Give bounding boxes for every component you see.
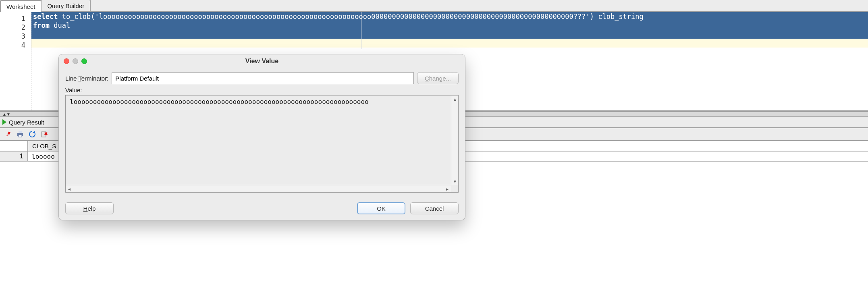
- refresh-icon[interactable]: [28, 130, 36, 138]
- value-label: Value:: [65, 87, 459, 93]
- code-line-2[interactable]: from dual: [31, 21, 868, 30]
- svg-rect-0: [8, 131, 10, 135]
- dialog-body: Line Terminator: Change... Value: looooo…: [59, 68, 465, 193]
- alias: clob_string: [594, 12, 644, 21]
- scroll-down-icon[interactable]: ▼: [451, 178, 459, 185]
- results-tab-label[interactable]: Query Result: [9, 119, 44, 126]
- delete-icon[interactable]: [40, 130, 48, 138]
- identifier: dual: [50, 21, 70, 29]
- svg-rect-3: [19, 135, 22, 137]
- string-literal: ('looooooooooooooooooooooooooooooooooooo…: [91, 12, 594, 21]
- fold-margin: [28, 12, 31, 110]
- line-number-gutter: 1 2 3 4: [0, 12, 28, 110]
- scroll-right-icon[interactable]: ►: [444, 185, 451, 193]
- ok-button[interactable]: OK: [357, 202, 405, 214]
- row-number-header: [0, 141, 28, 151]
- line-terminator-label: Line Terminator:: [65, 75, 108, 82]
- view-value-dialog: View Value Line Terminator: Change... Va…: [58, 54, 465, 220]
- horizontal-scrollbar[interactable]: ◄ ►: [66, 185, 451, 192]
- dialog-footer: Help OK Cancel: [65, 202, 459, 214]
- dialog-title: View Value: [59, 58, 465, 65]
- svg-rect-2: [19, 131, 22, 133]
- change-button[interactable]: Change...: [417, 72, 459, 84]
- cancel-button[interactable]: Cancel: [410, 202, 459, 214]
- zoom-icon[interactable]: [81, 58, 87, 64]
- play-icon: [2, 119, 6, 125]
- row-number: 1: [0, 152, 28, 161]
- value-textarea[interactable]: looooooooooooooooooooooooooooooooooooooo…: [65, 95, 459, 193]
- line-terminator-input[interactable]: [112, 72, 414, 84]
- wrap-guide: [361, 12, 361, 49]
- func: to_clob: [58, 12, 91, 21]
- line-number: 4: [0, 41, 25, 50]
- help-button[interactable]: Help: [65, 202, 114, 214]
- code-line-3[interactable]: [31, 30, 868, 39]
- tab-worksheet[interactable]: Worksheet: [0, 0, 42, 12]
- line-number: 1: [0, 14, 25, 23]
- window-controls: [64, 58, 87, 64]
- column-header-label: CLOB_S: [32, 143, 56, 149]
- tab-query-builder-label: Query Builder: [47, 2, 84, 9]
- tab-query-builder[interactable]: Query Builder: [41, 0, 91, 11]
- minimize-icon[interactable]: [73, 58, 78, 64]
- line-number: 3: [0, 32, 25, 41]
- print-icon[interactable]: [16, 130, 24, 138]
- line-number: 2: [0, 23, 25, 32]
- vertical-scrollbar[interactable]: ▲ ▼: [451, 95, 458, 185]
- keyword: select: [33, 12, 58, 21]
- pin-icon[interactable]: [4, 130, 12, 138]
- code-line-4[interactable]: [31, 39, 868, 48]
- code-line-1[interactable]: select to_clob('looooooooooooooooooooooo…: [31, 12, 868, 21]
- scroll-up-icon[interactable]: ▲: [451, 95, 459, 103]
- value-text[interactable]: looooooooooooooooooooooooooooooooooooooo…: [66, 95, 451, 185]
- dialog-titlebar[interactable]: View Value: [59, 54, 465, 68]
- editor-tabbar: Worksheet Query Builder: [0, 0, 868, 12]
- tab-worksheet-label: Worksheet: [6, 3, 35, 10]
- scroll-left-icon[interactable]: ◄: [66, 185, 73, 193]
- keyword: from: [33, 21, 50, 29]
- close-icon[interactable]: [64, 58, 69, 64]
